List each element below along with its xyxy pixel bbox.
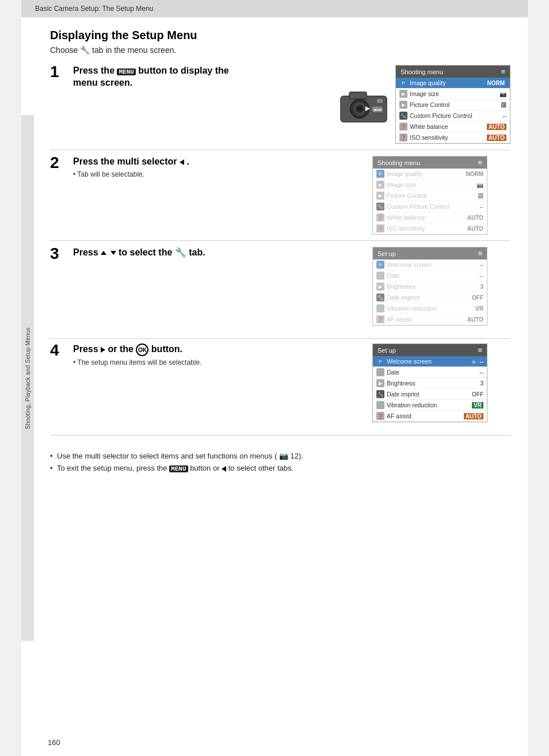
menu-label-brightness-4: Brightness: [387, 380, 478, 387]
step-3-right: Set up ≡ P Welcome screen -- Date --: [349, 247, 510, 326]
tri-down-icon-3: [110, 251, 116, 255]
step-4-desc: The setup menu items will be selectable.: [73, 358, 349, 366]
menu-row-1-1: P Image quality NORM: [396, 78, 510, 89]
subtitle: Choose 🔧 tab in the menu screen.: [50, 45, 510, 55]
menu-row-3-4: 🔧 Date imprint OFF: [373, 292, 487, 303]
step-4-title-pre: Press: [73, 344, 101, 354]
menu-label-welcome-3: Welcome screen: [387, 261, 477, 268]
menu-row-2-2: ▶ Image size 📷: [373, 180, 487, 190]
step-4-right: Set up ≡ P Welcome screen ▶ -- Date --: [349, 343, 510, 422]
menu-label-img-size-1: Image size: [410, 90, 497, 97]
menu-val-af-3: AUTO: [467, 316, 483, 323]
note-2-mid: button or: [190, 464, 222, 472]
menu-lines-icon-2: ≡: [478, 158, 482, 167]
step-4-content: Press or the OK button. The setup menu i…: [67, 343, 349, 366]
menu-val-date-4: --: [479, 369, 483, 376]
menu-row-2-5: ❓ White balance AUTO: [373, 212, 487, 223]
menu-icon-p-4: P: [376, 357, 384, 365]
menu-row-4-2: Date --: [373, 367, 487, 378]
menu-label-wb-2: White balance: [387, 214, 465, 221]
step-3-title: Press to select the 🔧 tab.: [73, 247, 349, 259]
menu-screenshot-3: Set up ≡ P Welcome screen -- Date --: [372, 247, 487, 326]
step-2-row: 2 Press the multi selector . Tab will be…: [50, 156, 510, 241]
subtitle-pre: Choose: [50, 45, 78, 55]
subtitle-rest: tab in the menu screen.: [92, 45, 176, 55]
step-3-row: 3 Press to select the 🔧 tab. Set up ≡: [50, 247, 510, 339]
menu-val-vr-3: VR: [475, 306, 483, 312]
menu-row-1-2: ▶ Image size 📷: [396, 89, 510, 100]
menu-icon-1-6: ❓: [399, 133, 407, 142]
menu-label-cpc-1: Custom Picture Control: [410, 112, 500, 119]
menu-row-4-6: ❓ AF assist AUTO: [373, 411, 487, 422]
tri-up-icon-3: [101, 251, 106, 255]
step-4-title: Press or the OK button.: [73, 343, 349, 356]
menu-row-3-3: ▶ Brightness 3: [373, 281, 487, 292]
menu-row-2-3: ▶ Picture Control 🖼: [373, 190, 487, 201]
step-1-right: MENU Shooting menu ≡ P Image quality NOR…: [338, 65, 510, 144]
menu-label-wb-1: White balance: [410, 123, 485, 130]
menu-icon-4-3: ▶: [376, 379, 384, 387]
page-number: 160: [48, 738, 60, 747]
menu-title-bar-3: Set up ≡: [373, 247, 487, 259]
menu-label-pic-ctrl-2: Picture Control: [387, 192, 475, 199]
menu-title-bar-4: Set up ≡: [373, 344, 487, 356]
menu-icon-3-3: ▶: [376, 282, 384, 291]
menu-icon-1-2: ▶: [399, 90, 407, 98]
menu-label-date-3: Date: [387, 272, 477, 279]
menu-row-1-3: ▶ Picture Control 🖼: [396, 100, 510, 110]
menu-lines-icon-4: ≡: [478, 346, 482, 354]
menu-val-welcome-3: --: [479, 262, 483, 268]
menu-row-2-4: 🔧 Custom Picture Control --: [373, 201, 487, 212]
svg-rect-6: [377, 99, 383, 103]
note-2: To exit the setup menu, press the MENU b…: [50, 464, 510, 472]
menu-val-brightness-4: 3: [480, 380, 483, 387]
menu-val-af-4: AUTO: [464, 413, 483, 419]
menu-row-3-5: Vibration reduction VR: [373, 303, 487, 314]
menu-icon-2-2: ▶: [376, 181, 384, 189]
step-3-title-end: tab.: [189, 247, 205, 257]
menu-val-wb-2: AUTO: [467, 215, 483, 221]
menu-icon-4-5: [376, 401, 384, 409]
menu-label-img-quality-1: Image quality: [410, 79, 483, 86]
note-1-pre: Use the multi selector to select items a…: [57, 452, 277, 460]
step-4-row: 4 Press or the OK button. The setup menu…: [50, 343, 510, 436]
menu-icon-p-2: P: [376, 170, 384, 178]
menu-arrow-4: ▶: [472, 358, 477, 365]
menu-icon-1-5: ❓: [399, 123, 407, 131]
menu-lines-icon-1: ≡: [501, 67, 505, 76]
menu-screenshot-4: Set up ≡ P Welcome screen ▶ -- Date --: [372, 343, 487, 422]
menu-label-dateimprint-4: Date imprint: [387, 391, 470, 398]
menu-row-4-5: Vibration reduction VR: [373, 400, 487, 411]
menu-label-vr-4: Vibration reduction: [387, 402, 470, 408]
tri-right-icon-4: [101, 347, 105, 353]
menu-label-vr-3: Vibration reduction: [387, 305, 473, 312]
menu-icon-4-6: ❓: [376, 412, 384, 420]
menu-icon-2-4: 🔧: [376, 203, 384, 211]
step-2-right: Shooting menu ≡ P Image quality NORM ▶ I…: [349, 156, 510, 235]
menu-row-1-4: 🔧 Custom Picture Control --: [396, 110, 510, 121]
menu-label-brightness-3: Brightness: [387, 283, 478, 290]
menu-val-img-size-1: 📷: [500, 91, 506, 97]
step-4-title-post: button.: [151, 344, 182, 354]
wrench-icon: 🔧: [80, 45, 92, 55]
note-2-post: to select other tabs.: [228, 464, 293, 472]
svg-text:MENU: MENU: [373, 108, 382, 112]
menu-icon-2-6: ❓: [376, 224, 384, 232]
side-label-container: Shooting, Playback and Setup Menus: [21, 115, 34, 641]
page-title: Displaying the Setup Menu: [50, 29, 510, 42]
menu-val-dateimprint-4: OFF: [472, 391, 483, 398]
menu-val-img-size-2: 📷: [476, 182, 483, 188]
menu-icon-3-2: [376, 272, 384, 280]
step-2-content: Press the multi selector . Tab will be s…: [67, 156, 349, 178]
svg-point-5: [358, 107, 361, 110]
bottom-notes: Use the multi selector to select items a…: [50, 446, 510, 472]
menu-row-3-2: Date --: [373, 270, 487, 281]
menu-kbd-1: MENU: [117, 68, 135, 75]
menu-label-welcome-4: Welcome screen: [387, 358, 472, 365]
menu-icon-p-1: P: [399, 79, 407, 87]
menu-title-bar-1: Shooting menu ≡: [396, 66, 510, 78]
menu-row-4-1: P Welcome screen ▶ --: [373, 356, 487, 367]
camera-svg: MENU: [338, 85, 390, 125]
menu-row-2-1: P Image quality NORM: [373, 169, 487, 180]
step-3-title-pre: Press: [73, 247, 101, 257]
